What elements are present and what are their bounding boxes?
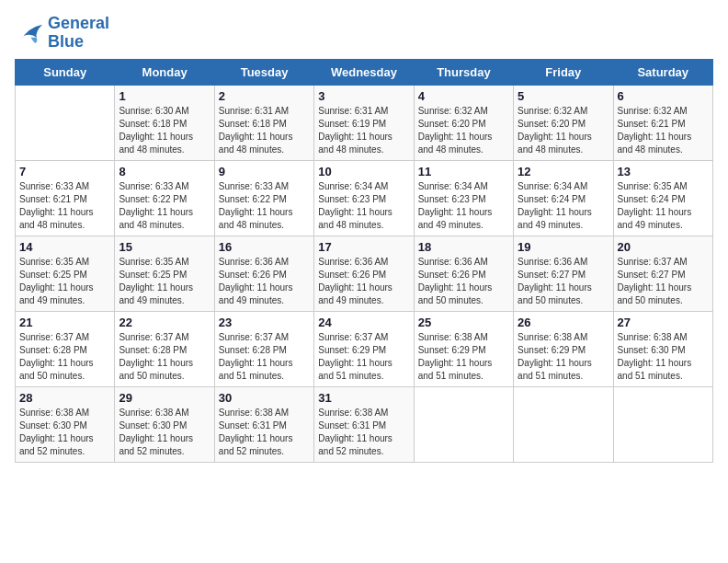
day-number: 21 <box>19 316 110 329</box>
calendar-cell: 23Sunrise: 6:37 AM Sunset: 6:28 PM Dayli… <box>214 311 313 386</box>
day-number: 24 <box>318 316 409 329</box>
day-number: 20 <box>618 240 709 254</box>
calendar-cell: 6Sunrise: 6:32 AM Sunset: 6:21 PM Daylig… <box>613 85 712 160</box>
day-number: 15 <box>119 240 210 254</box>
day-number: 13 <box>618 165 709 178</box>
day-number: 16 <box>219 240 310 254</box>
calendar-cell: 20Sunrise: 6:37 AM Sunset: 6:27 PM Dayli… <box>613 236 712 311</box>
day-number: 31 <box>318 391 409 405</box>
day-number: 12 <box>518 165 609 178</box>
day-detail: Sunrise: 6:38 AM Sunset: 6:31 PM Dayligh… <box>219 407 310 458</box>
day-detail: Sunrise: 6:37 AM Sunset: 6:27 PM Dayligh… <box>618 256 709 307</box>
day-detail: Sunrise: 6:31 AM Sunset: 6:19 PM Dayligh… <box>318 105 409 156</box>
calendar-week-row: 21Sunrise: 6:37 AM Sunset: 6:28 PM Dayli… <box>16 311 713 386</box>
day-detail: Sunrise: 6:32 AM Sunset: 6:20 PM Dayligh… <box>418 105 509 156</box>
weekday-header-cell: Wednesday <box>314 59 414 85</box>
day-number: 3 <box>318 89 409 103</box>
day-number: 5 <box>518 89 609 103</box>
calendar-cell: 10Sunrise: 6:34 AM Sunset: 6:23 PM Dayli… <box>314 160 414 236</box>
day-detail: Sunrise: 6:33 AM Sunset: 6:21 PM Dayligh… <box>19 180 110 232</box>
calendar-week-row: 7Sunrise: 6:33 AM Sunset: 6:21 PM Daylig… <box>16 160 713 236</box>
weekday-header-cell: Monday <box>115 59 214 85</box>
calendar-cell: 30Sunrise: 6:38 AM Sunset: 6:31 PM Dayli… <box>214 386 313 462</box>
page-container: General Blue SundayMondayTuesdayWednesda… <box>15 15 713 463</box>
calendar-cell: 13Sunrise: 6:35 AM Sunset: 6:24 PM Dayli… <box>613 160 712 236</box>
weekday-header-cell: Tuesday <box>214 59 313 85</box>
day-number: 1 <box>119 89 210 103</box>
calendar-cell: 26Sunrise: 6:38 AM Sunset: 6:29 PM Dayli… <box>514 311 613 386</box>
logo-bird-icon <box>15 20 44 46</box>
weekday-header-cell: Sunday <box>16 59 115 85</box>
day-detail: Sunrise: 6:34 AM Sunset: 6:23 PM Dayligh… <box>318 180 409 232</box>
day-number: 30 <box>219 391 310 405</box>
calendar-cell: 17Sunrise: 6:36 AM Sunset: 6:26 PM Dayli… <box>314 236 414 311</box>
logo: General Blue <box>15 15 109 52</box>
day-number: 6 <box>618 89 709 103</box>
day-number: 14 <box>19 240 110 254</box>
calendar-cell: 25Sunrise: 6:38 AM Sunset: 6:29 PM Dayli… <box>414 311 513 386</box>
calendar-table: SundayMondayTuesdayWednesdayThursdayFrid… <box>15 59 713 463</box>
calendar-cell: 21Sunrise: 6:37 AM Sunset: 6:28 PM Dayli… <box>16 311 115 386</box>
day-detail: Sunrise: 6:34 AM Sunset: 6:23 PM Dayligh… <box>418 180 509 232</box>
weekday-header-cell: Friday <box>514 59 613 85</box>
day-number: 22 <box>119 316 210 329</box>
day-detail: Sunrise: 6:38 AM Sunset: 6:29 PM Dayligh… <box>518 331 609 383</box>
calendar-cell: 7Sunrise: 6:33 AM Sunset: 6:21 PM Daylig… <box>16 160 115 236</box>
day-detail: Sunrise: 6:38 AM Sunset: 6:30 PM Dayligh… <box>119 407 210 458</box>
calendar-cell: 1Sunrise: 6:30 AM Sunset: 6:18 PM Daylig… <box>115 85 214 160</box>
day-detail: Sunrise: 6:33 AM Sunset: 6:22 PM Dayligh… <box>119 180 210 232</box>
calendar-cell: 12Sunrise: 6:34 AM Sunset: 6:24 PM Dayli… <box>514 160 613 236</box>
weekday-header-cell: Thursday <box>414 59 513 85</box>
calendar-cell: 2Sunrise: 6:31 AM Sunset: 6:18 PM Daylig… <box>214 85 313 160</box>
header: General Blue <box>15 15 713 52</box>
day-number: 10 <box>318 165 409 178</box>
calendar-cell: 14Sunrise: 6:35 AM Sunset: 6:25 PM Dayli… <box>16 236 115 311</box>
day-detail: Sunrise: 6:38 AM Sunset: 6:30 PM Dayligh… <box>618 331 709 383</box>
day-number: 19 <box>518 240 609 254</box>
day-detail: Sunrise: 6:36 AM Sunset: 6:26 PM Dayligh… <box>219 256 310 307</box>
calendar-cell: 24Sunrise: 6:37 AM Sunset: 6:29 PM Dayli… <box>314 311 414 386</box>
day-number: 9 <box>219 165 310 178</box>
weekday-header-row: SundayMondayTuesdayWednesdayThursdayFrid… <box>16 59 713 85</box>
calendar-cell <box>613 386 712 462</box>
day-detail: Sunrise: 6:37 AM Sunset: 6:28 PM Dayligh… <box>19 331 110 383</box>
day-number: 11 <box>418 165 509 178</box>
calendar-cell: 27Sunrise: 6:38 AM Sunset: 6:30 PM Dayli… <box>613 311 712 386</box>
day-detail: Sunrise: 6:31 AM Sunset: 6:18 PM Dayligh… <box>219 105 310 156</box>
calendar-cell: 28Sunrise: 6:38 AM Sunset: 6:30 PM Dayli… <box>16 386 115 462</box>
day-detail: Sunrise: 6:38 AM Sunset: 6:31 PM Dayligh… <box>318 407 409 458</box>
calendar-cell: 4Sunrise: 6:32 AM Sunset: 6:20 PM Daylig… <box>414 85 513 160</box>
calendar-cell: 15Sunrise: 6:35 AM Sunset: 6:25 PM Dayli… <box>115 236 214 311</box>
day-detail: Sunrise: 6:36 AM Sunset: 6:26 PM Dayligh… <box>318 256 409 307</box>
day-number: 23 <box>219 316 310 329</box>
day-number: 28 <box>19 391 110 405</box>
day-detail: Sunrise: 6:35 AM Sunset: 6:25 PM Dayligh… <box>119 256 210 307</box>
logo-text: General Blue <box>48 15 109 52</box>
day-number: 8 <box>119 165 210 178</box>
day-detail: Sunrise: 6:34 AM Sunset: 6:24 PM Dayligh… <box>518 180 609 232</box>
calendar-cell: 9Sunrise: 6:33 AM Sunset: 6:22 PM Daylig… <box>214 160 313 236</box>
day-number: 27 <box>618 316 709 329</box>
day-number: 17 <box>318 240 409 254</box>
calendar-week-row: 14Sunrise: 6:35 AM Sunset: 6:25 PM Dayli… <box>16 236 713 311</box>
day-detail: Sunrise: 6:37 AM Sunset: 6:28 PM Dayligh… <box>219 331 310 383</box>
calendar-cell <box>16 85 115 160</box>
day-number: 25 <box>418 316 509 329</box>
calendar-cell <box>514 386 613 462</box>
weekday-header-cell: Saturday <box>613 59 712 85</box>
day-detail: Sunrise: 6:36 AM Sunset: 6:27 PM Dayligh… <box>518 256 609 307</box>
calendar-cell: 8Sunrise: 6:33 AM Sunset: 6:22 PM Daylig… <box>115 160 214 236</box>
day-detail: Sunrise: 6:30 AM Sunset: 6:18 PM Dayligh… <box>119 105 210 156</box>
day-detail: Sunrise: 6:37 AM Sunset: 6:29 PM Dayligh… <box>318 331 409 383</box>
calendar-cell: 3Sunrise: 6:31 AM Sunset: 6:19 PM Daylig… <box>314 85 414 160</box>
day-detail: Sunrise: 6:37 AM Sunset: 6:28 PM Dayligh… <box>119 331 210 383</box>
day-number: 7 <box>19 165 110 178</box>
day-number: 4 <box>418 89 509 103</box>
day-number: 29 <box>119 391 210 405</box>
day-detail: Sunrise: 6:35 AM Sunset: 6:25 PM Dayligh… <box>19 256 110 307</box>
day-number: 26 <box>518 316 609 329</box>
day-number: 2 <box>219 89 310 103</box>
calendar-cell: 31Sunrise: 6:38 AM Sunset: 6:31 PM Dayli… <box>314 386 414 462</box>
calendar-week-row: 1Sunrise: 6:30 AM Sunset: 6:18 PM Daylig… <box>16 85 713 160</box>
day-detail: Sunrise: 6:32 AM Sunset: 6:21 PM Dayligh… <box>618 105 709 156</box>
